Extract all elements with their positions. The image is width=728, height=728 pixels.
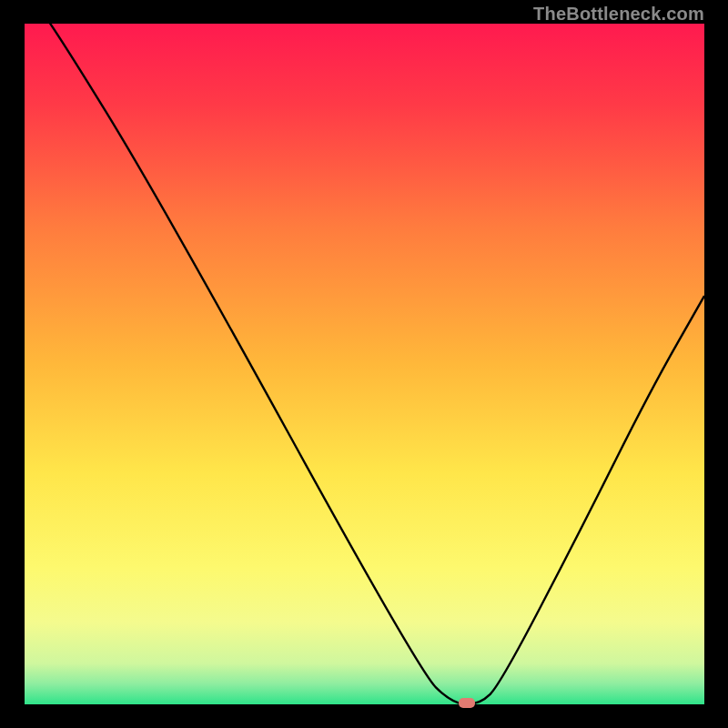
chart-frame: TheBottleneck.com	[0, 0, 728, 728]
bottleneck-curve	[25, 24, 704, 704]
watermark-text: TheBottleneck.com	[533, 4, 704, 25]
optimal-marker	[459, 698, 475, 708]
curve-path	[25, 0, 704, 704]
